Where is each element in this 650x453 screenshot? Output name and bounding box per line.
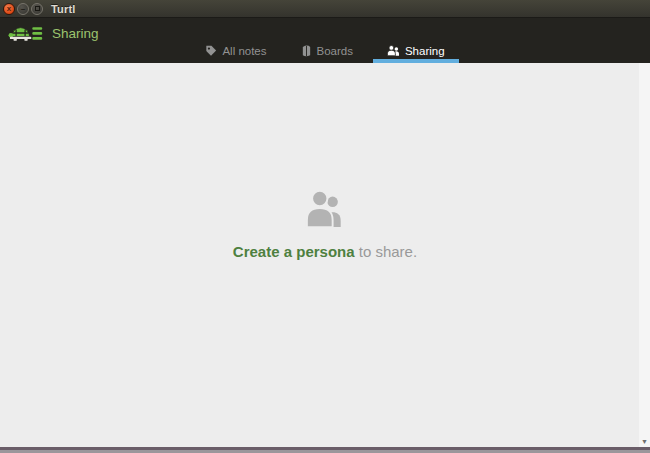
- tab-label: Sharing: [405, 45, 445, 57]
- tab-sharing[interactable]: Sharing: [373, 42, 459, 63]
- people-icon: [387, 45, 400, 56]
- main-content: Create a persona to share. ▼: [0, 63, 650, 447]
- board-icon: [301, 45, 312, 57]
- maximize-icon: [35, 6, 40, 11]
- window-maximize-button[interactable]: [31, 3, 43, 15]
- scrollbar-down-button[interactable]: ▼: [639, 436, 650, 446]
- turtl-window: x – Turtl: [0, 0, 650, 453]
- app-header: Sharing All notes Boards: [0, 18, 650, 63]
- tab-boards[interactable]: Boards: [287, 42, 367, 63]
- tab-all-notes[interactable]: All notes: [191, 42, 280, 63]
- close-icon: x: [7, 5, 11, 13]
- tag-icon: [205, 45, 217, 57]
- tab-label: Boards: [317, 45, 353, 57]
- tab-bar: All notes Boards Sharing: [0, 42, 650, 63]
- page-title: Sharing: [52, 26, 99, 41]
- minimize-icon: –: [21, 5, 25, 13]
- window-minimize-button[interactable]: –: [17, 3, 29, 15]
- scrollbar[interactable]: ▼: [639, 63, 650, 447]
- create-persona-link[interactable]: Create a persona: [233, 243, 355, 260]
- chevron-down-icon: ▼: [641, 438, 648, 445]
- window-title: Turtl: [51, 3, 76, 15]
- brand: Sharing: [8, 22, 99, 44]
- empty-state-suffix: to share.: [355, 243, 418, 260]
- empty-state-message: Create a persona to share.: [0, 243, 650, 260]
- tab-label: All notes: [222, 45, 266, 57]
- turtl-logo-icon: [8, 22, 44, 44]
- sharing-empty-state: Create a persona to share.: [0, 63, 650, 260]
- personas-icon: [304, 189, 346, 229]
- window-bottom-edge: [0, 447, 650, 453]
- titlebar: x – Turtl: [0, 0, 650, 18]
- window-close-button[interactable]: x: [3, 3, 15, 15]
